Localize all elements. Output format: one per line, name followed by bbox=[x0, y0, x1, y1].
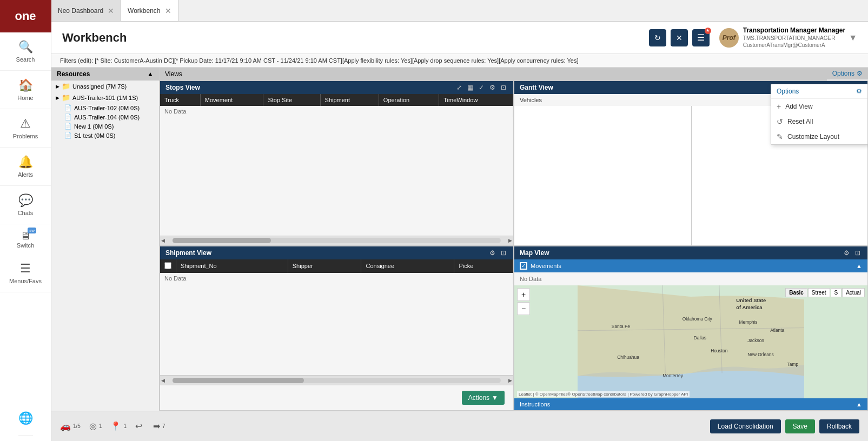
tab-workbench-close[interactable]: ✕ bbox=[165, 6, 171, 15]
group-triangle-aus101: ▶ bbox=[56, 95, 59, 101]
stops-col-shipment[interactable]: Shipment bbox=[320, 94, 379, 106]
shipment-maximize-btn[interactable]: ⊡ bbox=[499, 249, 508, 257]
options-button[interactable]: Options ⚙ bbox=[827, 68, 868, 79]
resource-group-unassigned[interactable]: ▶ 📁 Unassigned (7M 7S) bbox=[51, 81, 159, 92]
map-type-s[interactable]: S bbox=[831, 288, 842, 297]
user-name: Transportation Manager Manager bbox=[743, 26, 845, 35]
resource-group-aus101[interactable]: ▶ 📁 AUS-Trailer-101 (1M 1S) bbox=[51, 92, 159, 103]
movements-checkbox[interactable]: ✓ bbox=[520, 262, 527, 270]
sidebar-item-search[interactable]: 🔍 Search bbox=[0, 32, 51, 71]
tab-workbench[interactable]: Workbench ✕ bbox=[121, 0, 178, 21]
resource-label-aus102: AUS-Trailer-102 (0M 0S) bbox=[74, 105, 140, 111]
resource-item-new1[interactable]: 📄 New 1 (0M 0S) bbox=[51, 122, 159, 131]
svg-text:Oklahoma City: Oklahoma City bbox=[683, 316, 713, 321]
sidebar-item-globe[interactable]: 🌐 bbox=[18, 404, 33, 436]
sidebar-item-switch[interactable]: 🖥 sw Switch bbox=[0, 224, 51, 254]
resources-collapse-icon[interactable]: ▲ bbox=[147, 70, 154, 78]
map-zoom-out[interactable]: − bbox=[517, 302, 530, 315]
close-button[interactable]: ✕ bbox=[671, 29, 688, 46]
stops-col-movement[interactable]: Movement bbox=[200, 94, 263, 106]
map-type-street[interactable]: Street bbox=[808, 288, 830, 297]
stops-maximize-btn[interactable]: ⊡ bbox=[499, 84, 508, 91]
shipment-col-consignee[interactable]: Consignee bbox=[361, 259, 454, 273]
shipment-col-picke[interactable]: Picke bbox=[454, 259, 513, 273]
shipment-settings-btn[interactable]: ⚙ bbox=[488, 249, 497, 257]
sidebar: one 🔍 Search 🏠 Home ⚠ Problems 🔔 Alerts … bbox=[0, 0, 51, 441]
stops-check-btn[interactable]: ✓ bbox=[477, 84, 486, 91]
sidebar-item-alerts[interactable]: 🔔 Alerts bbox=[0, 148, 51, 186]
shipment-view-content: Shipment_No Shipper Consignee Picke No D… bbox=[160, 259, 513, 376]
shipment-no-data-row: No Data bbox=[160, 273, 513, 284]
user-dropdown-arrow[interactable]: ▼ bbox=[849, 33, 857, 43]
stops-col-timewindow[interactable]: TimeWindow bbox=[439, 94, 513, 106]
notification-button[interactable]: ☰ ★ bbox=[692, 29, 710, 46]
views-content: Stops View ⤢ ▦ ✓ ⚙ ⊡ bbox=[160, 81, 868, 411]
sidebar-label-search: Search bbox=[16, 56, 35, 63]
shipment-scroll-right[interactable]: ▶ bbox=[508, 378, 512, 383]
stops-col-truck[interactable]: Truck bbox=[160, 94, 200, 106]
stops-col-operation[interactable]: Operation bbox=[379, 94, 439, 106]
main-content: Neo Dashboard ✕ Workbench ✕ Workbench ↻ … bbox=[51, 0, 868, 441]
map-container[interactable]: Santa Fe Oklahoma City Memphis Atlanta D… bbox=[514, 285, 867, 399]
stops-table: Truck Movement Stop Site Shipment Operat… bbox=[160, 94, 513, 117]
doc-icon-aus104: 📄 bbox=[64, 113, 72, 121]
shipment-scroll-track[interactable] bbox=[173, 378, 501, 383]
sidebar-label-alerts: Alerts bbox=[18, 171, 33, 178]
map-content: No Data bbox=[514, 272, 867, 399]
svg-text:Memphis: Memphis bbox=[739, 319, 758, 325]
resource-item-aus104[interactable]: 📄 AUS-Trailer-104 (0M 0S) bbox=[51, 112, 159, 122]
shipment-select-all[interactable] bbox=[164, 262, 171, 269]
stops-table-btn[interactable]: ▦ bbox=[466, 84, 475, 91]
options-add-view[interactable]: + Add View bbox=[771, 99, 867, 114]
stops-scroll-left[interactable]: ◀ bbox=[161, 238, 165, 243]
load-consolidation-button[interactable]: Load Consolidation bbox=[710, 419, 781, 433]
svg-text:Houston: Houston bbox=[711, 348, 728, 353]
options-reset-all[interactable]: ↺ Reset All bbox=[771, 114, 867, 129]
actions-button[interactable]: Actions ▼ bbox=[462, 391, 505, 405]
svg-text:United State: United State bbox=[736, 297, 766, 303]
stops-scrollbar[interactable]: ◀ ▶ bbox=[160, 236, 513, 245]
sidebar-item-problems[interactable]: ⚠ Problems bbox=[0, 109, 51, 148]
shipment-col-shipper[interactable]: Shipper bbox=[288, 259, 361, 273]
tab-neo-dashboard-label: Neo Dashboard bbox=[58, 7, 103, 15]
rollback-button[interactable]: Rollback bbox=[819, 419, 859, 433]
instructions-collapse-icon[interactable]: ▲ bbox=[856, 401, 862, 407]
map-type-actual[interactable]: Actual bbox=[842, 288, 865, 297]
refresh-button[interactable]: ↻ bbox=[649, 29, 666, 46]
movements-collapse-icon[interactable]: ▲ bbox=[856, 263, 862, 269]
doc-icon-new1: 📄 bbox=[64, 123, 72, 130]
map-zoom-in[interactable]: + bbox=[517, 288, 530, 301]
map-type-basic[interactable]: Basic bbox=[785, 288, 807, 297]
shipment-col-checkbox[interactable] bbox=[160, 259, 176, 273]
stops-scroll-thumb[interactable] bbox=[173, 238, 271, 243]
sidebar-item-home[interactable]: 🏠 Home bbox=[0, 71, 51, 109]
sidebar-label-problems: Problems bbox=[13, 133, 38, 139]
shipment-col-no[interactable]: Shipment_No bbox=[176, 259, 288, 273]
map-maximize-btn[interactable]: ⊡ bbox=[853, 249, 862, 257]
stops-expand-btn[interactable]: ⤢ bbox=[455, 84, 463, 91]
map-settings-btn[interactable]: ⚙ bbox=[842, 249, 851, 257]
save-button[interactable]: Save bbox=[785, 419, 815, 433]
options-customize-layout[interactable]: ✎ Customize Layout bbox=[771, 129, 867, 144]
shipment-scroll-left[interactable]: ◀ bbox=[161, 378, 165, 383]
stops-scroll-right[interactable]: ▶ bbox=[508, 238, 512, 243]
options-container: Options ⚙ Options ⚙ + Add View bbox=[827, 68, 868, 81]
options-reset-all-label: Reset All bbox=[787, 118, 813, 125]
stat-forward-value: 7 bbox=[162, 423, 165, 429]
app-logo: one bbox=[0, 0, 51, 32]
resource-item-s1test[interactable]: 📄 S1 test (0M 0S) bbox=[51, 131, 159, 140]
sidebar-item-menus[interactable]: ☰ Menus/Favs bbox=[0, 254, 51, 292]
stops-scroll-track[interactable] bbox=[173, 238, 501, 243]
sidebar-item-chats[interactable]: 💬 Chats bbox=[0, 186, 51, 224]
shipment-scrollbar[interactable]: ◀ ▶ bbox=[160, 375, 513, 385]
stops-col-stop-site[interactable]: Stop Site bbox=[263, 94, 320, 106]
views-header-label: Views bbox=[160, 68, 827, 81]
stops-settings-btn[interactable]: ⚙ bbox=[488, 84, 497, 91]
doc-icon-aus102: 📄 bbox=[64, 104, 72, 111]
stops-view-content: Truck Movement Stop Site Shipment Operat… bbox=[160, 94, 513, 236]
svg-text:Tamp: Tamp bbox=[787, 361, 799, 366]
shipment-scroll-thumb[interactable] bbox=[173, 378, 304, 383]
tab-neo-dashboard-close[interactable]: ✕ bbox=[108, 6, 114, 15]
resource-item-aus102[interactable]: 📄 AUS-Trailer-102 (0M 0S) bbox=[51, 103, 159, 112]
tab-neo-dashboard[interactable]: Neo Dashboard ✕ bbox=[51, 0, 121, 21]
